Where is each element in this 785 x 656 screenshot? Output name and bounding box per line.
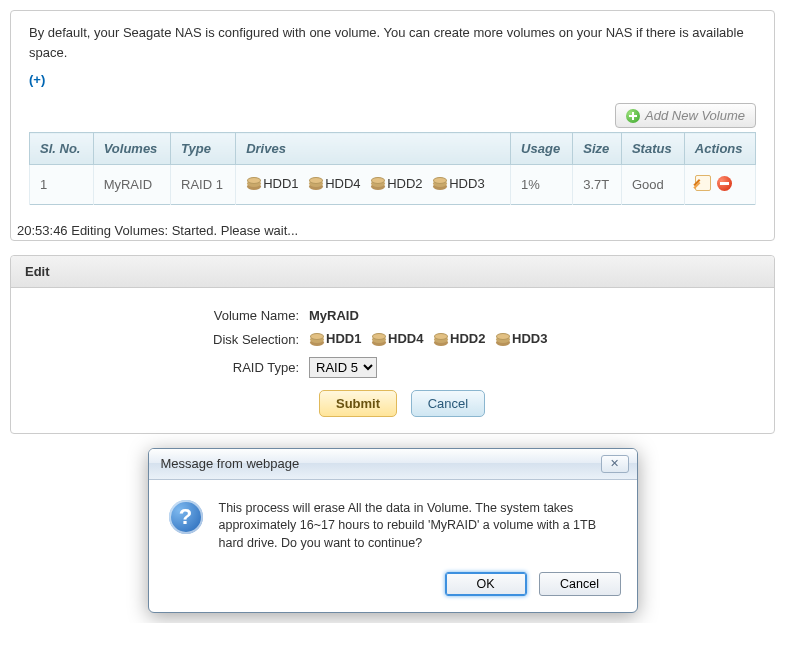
- dialog-ok-button[interactable]: OK: [445, 572, 527, 596]
- add-new-volume-label: Add New Volume: [645, 108, 745, 123]
- drive-chip: HDD3: [495, 331, 547, 346]
- plus-icon: [626, 109, 640, 123]
- label-raid-type: RAID Type:: [29, 360, 309, 375]
- value-volume-name: MyRAID: [309, 308, 756, 323]
- drive-chip: HDD4: [371, 331, 423, 346]
- dialog-close-button[interactable]: ✕: [601, 455, 629, 473]
- dialog-message: This process will erase All the data in …: [219, 500, 617, 553]
- status-line: 20:53:46 Editing Volumes: Started. Pleas…: [11, 219, 774, 240]
- cell-actions: [684, 165, 755, 205]
- drive-chip: HDD4: [308, 176, 360, 191]
- edit-panel-title: Edit: [11, 256, 774, 288]
- col-slno: Sl. No.: [30, 133, 94, 165]
- drive-icon: [432, 176, 446, 190]
- drive-icon: [308, 176, 322, 190]
- volumes-table: Sl. No. Volumes Type Drives Usage Size S…: [29, 132, 756, 205]
- label-volume-name: Volume Name:: [29, 308, 309, 323]
- drive-chip: HDD3: [432, 176, 484, 191]
- col-volumes: Volumes: [93, 133, 170, 165]
- cell-type: RAID 1: [171, 165, 236, 205]
- drive-icon: [246, 176, 260, 190]
- drive-chip: HDD1: [246, 176, 298, 191]
- raid-type-select[interactable]: RAID 5: [309, 357, 377, 378]
- question-icon: ?: [169, 500, 203, 534]
- drive-chip: HDD2: [370, 176, 422, 191]
- cell-size: 3.7T: [573, 165, 622, 205]
- drive-icon: [309, 332, 323, 346]
- edit-icon[interactable]: [695, 175, 711, 191]
- cell-status: Good: [621, 165, 684, 205]
- table-header-row: Sl. No. Volumes Type Drives Usage Size S…: [30, 133, 756, 165]
- drive-icon: [495, 332, 509, 346]
- intro-text: By default, your Seagate NAS is configur…: [29, 23, 756, 62]
- drive-chip: HDD2: [433, 331, 485, 346]
- confirm-dialog: Message from webpage ✕ ? This process wi…: [148, 448, 638, 614]
- drive-icon: [371, 332, 385, 346]
- close-icon: ✕: [610, 457, 619, 470]
- add-new-volume-button[interactable]: Add New Volume: [615, 103, 756, 128]
- cell-drives: HDD1 HDD4 HDD2 HDD3: [236, 165, 511, 205]
- cell-volume: MyRAID: [93, 165, 170, 205]
- drive-chip: HDD1: [309, 331, 361, 346]
- drive-icon: [433, 332, 447, 346]
- col-actions: Actions: [684, 133, 755, 165]
- col-type: Type: [171, 133, 236, 165]
- table-row: 1 MyRAID RAID 1 HDD1 HDD4 HDD2 HDD3 1% 3…: [30, 165, 756, 205]
- label-disk-selection: Disk Selection:: [29, 332, 309, 347]
- delete-icon[interactable]: [717, 176, 732, 191]
- col-drives: Drives: [236, 133, 511, 165]
- col-size: Size: [573, 133, 622, 165]
- drive-icon: [370, 176, 384, 190]
- cell-usage: 1%: [511, 165, 573, 205]
- submit-button[interactable]: Submit: [319, 390, 397, 417]
- col-usage: Usage: [511, 133, 573, 165]
- dialog-title-text: Message from webpage: [161, 456, 300, 471]
- col-status: Status: [621, 133, 684, 165]
- dialog-cancel-button[interactable]: Cancel: [539, 572, 621, 596]
- value-disk-selection: HDD1 HDD4 HDD2 HDD3: [309, 331, 756, 349]
- help-expand-link[interactable]: (+): [29, 72, 45, 87]
- cancel-button[interactable]: Cancel: [411, 390, 485, 417]
- volumes-panel: By default, your Seagate NAS is configur…: [10, 10, 775, 241]
- cell-slno: 1: [30, 165, 94, 205]
- edit-panel: Edit Volume Name: MyRAID Disk Selection:…: [10, 255, 775, 434]
